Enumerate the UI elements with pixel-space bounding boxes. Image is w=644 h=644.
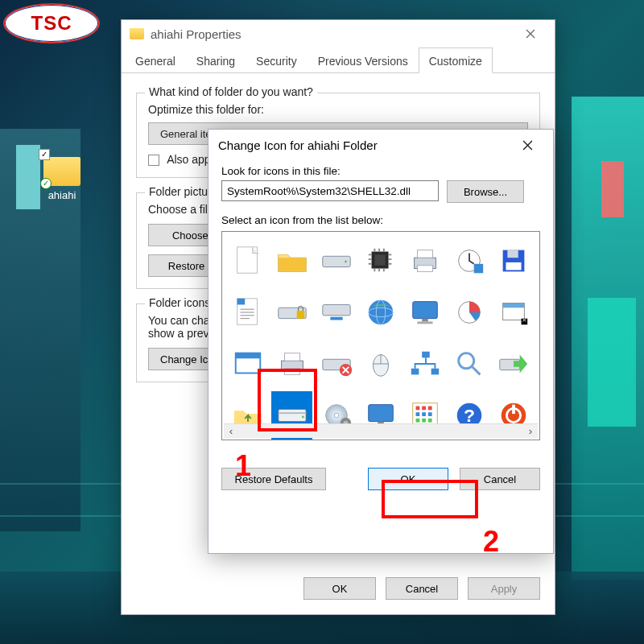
icon-window-frame[interactable] [227,340,268,388]
icon-network-nodes[interactable] [405,340,446,388]
look-for-label: Look for icons in this file: [221,165,540,177]
tab-customize[interactable]: Customize [419,47,493,73]
folder-icon: ✓ ✓ [43,157,80,186]
folder-icon [130,28,144,39]
dialog-titlebar[interactable]: Change Icon for ahiahi Folder [208,130,553,160]
icon-clock-drive[interactable] [449,237,490,285]
tab-security[interactable]: Security [246,47,308,73]
group-legend: What kind of folder do you want? [145,85,317,98]
icon-list: ‹ › [221,231,540,440]
checkbox-icon [148,155,159,166]
icon-printer[interactable] [405,237,446,285]
desktop-folder-ahiahi[interactable]: ✓ ✓ ahiahi [34,157,90,201]
icon-magnifier[interactable] [449,340,490,388]
icon-monitor-blue[interactable] [405,288,446,336]
icon-drive-error[interactable] [316,340,357,388]
close-button[interactable] [514,23,547,45]
change-icon-dialog: Change Icon for ahiahi Folder Look for i… [208,129,554,554]
close-button[interactable] [511,134,543,156]
group-legend: Folder icons [145,296,214,309]
icon-globe[interactable] [360,288,401,336]
icon-pie-chart[interactable] [449,288,490,336]
icon-mouse[interactable] [360,340,401,388]
cancel-button[interactable]: Cancel [460,468,540,490]
browse-button[interactable]: Browse... [447,180,524,203]
tab-strip: General Sharing Security Previous Versio… [122,47,555,73]
close-icon [526,29,535,39]
icon-drive-arrow[interactable] [493,340,535,388]
scroll-left-icon[interactable]: ‹ [224,424,238,439]
dialog-title: Change Icon for ahiahi Folder [218,138,378,152]
icon-drive-open[interactable] [316,237,357,285]
tab-general[interactable]: General [125,47,186,73]
icon-chip[interactable] [360,237,401,285]
icon-floppy-blue[interactable] [493,237,535,285]
bg-decor [588,298,636,427]
icon-window-small[interactable] [493,288,535,336]
icon-drive-network[interactable] [316,288,357,336]
icon-path-input[interactable] [221,180,439,201]
apply-button[interactable]: Apply [468,577,540,600]
ok-button[interactable]: OK [368,468,448,490]
annotation-label-2: 2 [483,525,499,559]
bg-decor [601,161,624,217]
ok-button[interactable]: OK [303,577,376,600]
sync-badge-icon: ✓ [40,178,52,189]
scroll-right-icon[interactable]: › [523,424,538,439]
close-icon [522,140,533,151]
icon-printer-floppy[interactable] [271,340,312,388]
titlebar[interactable]: ahiahi Properties [122,20,555,47]
window-title: ahiahi Properties [151,27,242,41]
dialog-body: Look for icons in this file: Browse... S… [208,160,553,502]
cancel-button[interactable]: Cancel [386,577,458,600]
properties-button-row: OK Cancel Apply [303,577,540,600]
desktop-folder-label: ahiahi [34,189,90,201]
tsc-logo: TSC [3,3,100,43]
icon-folder[interactable] [271,237,312,285]
annotation-label-1: 1 [235,449,251,483]
icon-document-lines[interactable] [227,288,268,336]
optimize-label: Optimize this folder for: [148,103,528,116]
tab-previous-versions[interactable]: Previous Versions [308,47,419,73]
tab-sharing[interactable]: Sharing [186,47,246,73]
checkbox-icon: ✓ [39,149,50,160]
icon-blank-page[interactable] [227,237,268,285]
horizontal-scrollbar[interactable]: ‹ › [224,423,538,438]
select-icon-label: Select an icon from the list below: [221,214,540,226]
icon-drive-locked[interactable] [271,288,312,336]
